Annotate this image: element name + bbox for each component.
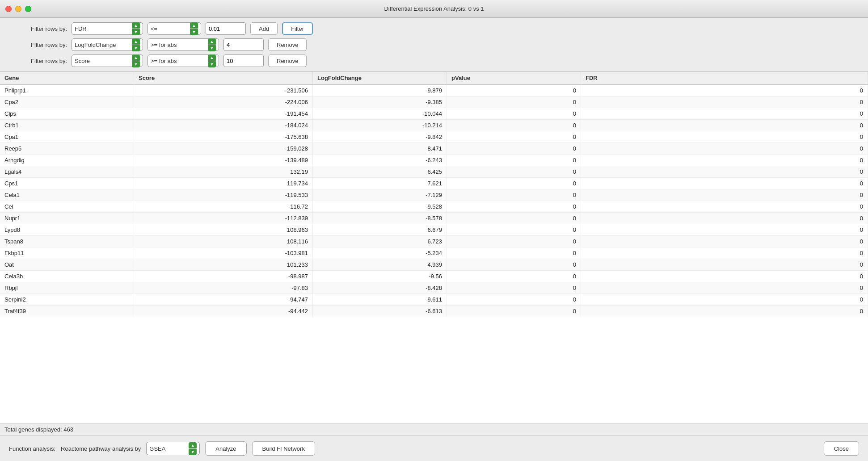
table-cell: Oat	[0, 259, 134, 270]
remove-filter-button-2[interactable]: Remove	[268, 38, 307, 51]
table-cell: -6.243	[313, 155, 447, 166]
filter-operator-select-2[interactable]: >= for abs ▲ ▼	[147, 38, 219, 51]
table-cell: -9.56	[313, 271, 447, 282]
filter-row-2: Filter rows by: LogFoldChange ▲ ▼ >= for…	[9, 38, 859, 51]
table-cell: 0	[581, 224, 868, 235]
table-row[interactable]: Cela3b-98.987-9.5600	[0, 271, 868, 282]
spinner-up-icon[interactable]: ▲	[132, 38, 140, 45]
filter-operator-select-1[interactable]: <= ▲ ▼	[147, 22, 201, 35]
table-row[interactable]: Pnliprp1-231.506-9.87900	[0, 85, 868, 96]
spinner-down-icon[interactable]: ▼	[132, 29, 140, 35]
table-cell: 0	[581, 189, 868, 201]
filter-field-select-1[interactable]: FDR ▲ ▼	[72, 22, 143, 35]
table-cell: -159.028	[134, 143, 313, 154]
table-cell: -9.528	[313, 201, 447, 212]
maximize-window-button[interactable]	[25, 6, 31, 12]
table-cell: 0	[447, 224, 581, 235]
spinner-down-icon[interactable]: ▼	[132, 45, 140, 51]
filter-field-select-2[interactable]: LogFoldChange ▲ ▼	[72, 38, 143, 51]
close-window-button[interactable]	[5, 6, 12, 12]
table-cell: Pnliprp1	[0, 85, 134, 96]
table-row[interactable]: Nupr1-112.839-8.57800	[0, 213, 868, 224]
filter-value-input-2[interactable]: 4	[223, 38, 264, 51]
spinner-up-icon[interactable]: ▲	[132, 22, 140, 29]
table-row[interactable]: Rbpjl-97.83-8.42800	[0, 282, 868, 294]
table-cell: Fkbp11	[0, 247, 134, 259]
spinner-up-icon[interactable]: ▲	[132, 54, 140, 61]
table-cell: -184.024	[134, 120, 313, 131]
table-cell: 0	[447, 236, 581, 247]
spinner-up-icon[interactable]: ▲	[208, 54, 216, 61]
filter-operator-value-1: <=	[151, 25, 188, 32]
table-row[interactable]: Cpa2-224.006-9.38500	[0, 96, 868, 108]
col-header-pvalue: pValue	[447, 72, 581, 84]
table-row[interactable]: Cps1119.7347.62100	[0, 178, 868, 189]
filter-field-spinner-2[interactable]: ▲ ▼	[132, 38, 140, 51]
table-cell: Serpini2	[0, 294, 134, 305]
filter-value-input-1[interactable]: 0.01	[206, 22, 246, 35]
filter-operator-spinner-3[interactable]: ▲ ▼	[208, 54, 216, 67]
table-cell: -8.578	[313, 213, 447, 224]
filter-label-1: Filter rows by:	[9, 25, 67, 32]
filter-operator-value-2: >= for abs	[151, 42, 206, 48]
table-cell: 0	[447, 189, 581, 201]
table-cell: 0	[447, 155, 581, 166]
table-cell: 0	[581, 85, 868, 96]
table-row[interactable]: Cel-116.72-9.52800	[0, 201, 868, 213]
table-row[interactable]: Oat101.2334.93900	[0, 259, 868, 271]
analysis-method-select[interactable]: GSEA ▲ ▼	[146, 442, 200, 455]
add-filter-button[interactable]: Add	[250, 22, 278, 35]
build-fi-network-button[interactable]: Build FI Network	[252, 441, 315, 456]
filter-operator-spinner-2[interactable]: ▲ ▼	[208, 38, 216, 51]
filter-field-select-3[interactable]: Score ▲ ▼	[72, 54, 143, 67]
table-row[interactable]: Serpini2-94.747-9.61100	[0, 294, 868, 306]
spinner-down-icon[interactable]: ▼	[208, 61, 216, 67]
table-cell: Cela1	[0, 189, 134, 201]
table-cell: 0	[581, 271, 868, 282]
status-bar: Total genes displayed: 463	[0, 423, 868, 436]
table-row[interactable]: Reep5-159.028-8.47100	[0, 143, 868, 155]
table-cell: -8.428	[313, 282, 447, 293]
table-row[interactable]: Tspan8108.1166.72300	[0, 236, 868, 247]
close-button[interactable]: Close	[824, 441, 859, 456]
table-row[interactable]: Cela1-119.533-7.12900	[0, 189, 868, 201]
filter-field-value-1: FDR	[75, 25, 130, 32]
table-row[interactable]: Lypd8108.9636.67900	[0, 224, 868, 236]
spinner-down-icon[interactable]: ▼	[132, 61, 140, 67]
table-row[interactable]: Cpa1-175.638-9.84200	[0, 131, 868, 143]
table-cell: 0	[581, 155, 868, 166]
minimize-window-button[interactable]	[15, 6, 21, 12]
table-row[interactable]: Arhgdig-139.489-6.24300	[0, 155, 868, 166]
remove-filter-button-3[interactable]: Remove	[268, 54, 307, 67]
spinner-down-icon[interactable]: ▼	[208, 45, 216, 51]
filter-field-spinner-1[interactable]: ▲ ▼	[132, 22, 140, 35]
filter-value-input-3[interactable]: 10	[223, 54, 264, 67]
table-cell: -97.83	[134, 282, 313, 293]
table-cell: -94.442	[134, 306, 313, 317]
filter-field-value-3: Score	[75, 58, 130, 64]
table-cell: Ctrb1	[0, 120, 134, 131]
table-cell: 0	[581, 213, 868, 224]
spinner-up-icon[interactable]: ▲	[189, 442, 197, 448]
spinner-down-icon[interactable]: ▼	[189, 449, 197, 455]
analyze-button[interactable]: Analyze	[205, 441, 246, 456]
filter-operator-spinner-1[interactable]: ▲ ▼	[190, 22, 198, 35]
table-cell: -116.72	[134, 201, 313, 212]
analysis-method-spinner[interactable]: ▲ ▼	[189, 442, 197, 455]
filter-field-spinner-3[interactable]: ▲ ▼	[132, 54, 140, 67]
filter-field-value-2: LogFoldChange	[75, 42, 130, 48]
table-row[interactable]: Clps-191.454-10.04400	[0, 108, 868, 120]
filter-button[interactable]: Filter	[282, 22, 313, 35]
table-row[interactable]: Lgals4132.196.42500	[0, 166, 868, 178]
col-header-fdr: FDR	[581, 72, 868, 84]
table-row[interactable]: Ctrb1-184.024-10.21400	[0, 120, 868, 131]
table-cell: 0	[447, 96, 581, 108]
table-row[interactable]: Traf4f39-94.442-6.61300	[0, 306, 868, 317]
spinner-down-icon[interactable]: ▼	[190, 29, 198, 35]
spinner-up-icon[interactable]: ▲	[208, 38, 216, 45]
filter-operator-select-3[interactable]: >= for abs ▲ ▼	[147, 54, 219, 67]
filter-label-2: Filter rows by:	[9, 42, 67, 48]
table-cell: -98.987	[134, 271, 313, 282]
spinner-up-icon[interactable]: ▲	[190, 22, 198, 29]
table-row[interactable]: Fkbp11-103.981-5.23400	[0, 247, 868, 259]
